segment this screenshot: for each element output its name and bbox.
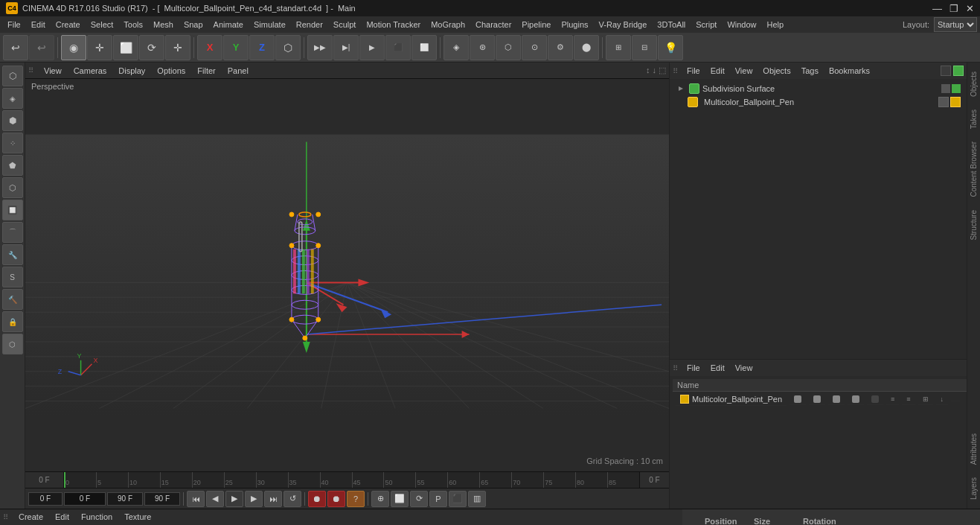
- vp-frame-icon[interactable]: ⬚: [659, 66, 666, 75]
- sidebar-perspective-button[interactable]: ⬡: [2, 66, 23, 86]
- timeline-ruler[interactable]: 051015202530354045505560657075808590: [64, 472, 639, 488]
- menu-animate[interactable]: Animate: [209, 19, 248, 31]
- am-r-col[interactable]: [828, 394, 845, 405]
- menu-sculpt[interactable]: Sculpt: [329, 19, 361, 31]
- fps-field[interactable]: [144, 492, 180, 506]
- snap-type1-button[interactable]: ⊙: [522, 35, 547, 60]
- menu-3dtoall[interactable]: 3DToAll: [653, 19, 690, 31]
- am-x-col[interactable]: [951, 398, 960, 401]
- me-menu-create[interactable]: Create: [14, 512, 48, 522]
- vp-menu-options[interactable]: Options: [153, 65, 190, 77]
- am-m-col[interactable]: [848, 394, 864, 405]
- sidebar-poly-button[interactable]: ⬡: [2, 177, 23, 198]
- tab-takes[interactable]: Takes: [968, 104, 979, 135]
- om-menu-file[interactable]: File: [682, 65, 705, 77]
- am-menu-edit[interactable]: Edit: [706, 362, 729, 374]
- minimize-button[interactable]: —: [932, 3, 942, 14]
- sidebar-tex-mode-button[interactable]: ⬢: [2, 110, 23, 131]
- transform-button[interactable]: ✛: [165, 35, 190, 60]
- play-button[interactable]: ▶: [225, 491, 243, 507]
- om-row-expand-icon[interactable]: [676, 83, 686, 94]
- snap-3d-button[interactable]: ⬡: [496, 35, 521, 60]
- tab-layers[interactable]: Layers: [968, 471, 979, 506]
- om-color-tag[interactable]: [950, 97, 961, 107]
- sidebar-tool4-button[interactable]: 🔨: [2, 289, 23, 310]
- move-button[interactable]: ✛: [87, 35, 112, 60]
- axis-y-button[interactable]: Y: [223, 35, 249, 60]
- menu-help[interactable]: Help: [763, 19, 789, 31]
- sidebar-tool2-button[interactable]: 🔧: [2, 244, 23, 265]
- prev-frame-button[interactable]: ◀: [206, 491, 224, 507]
- om-menu-objects[interactable]: Objects: [758, 65, 795, 77]
- sidebar-tool3-button[interactable]: S: [2, 267, 23, 287]
- record-button-1[interactable]: ⏺: [308, 491, 326, 507]
- vp-zoom-icon[interactable]: ↓: [653, 66, 657, 75]
- select-mode-button[interactable]: ◉: [61, 35, 86, 60]
- menu-vray[interactable]: V-Ray Bridge: [595, 19, 652, 31]
- tab-content-browser[interactable]: Content Browser: [968, 136, 979, 203]
- vp-menu-panel[interactable]: Panel: [223, 65, 253, 77]
- am-a-col[interactable]: ≡: [886, 394, 899, 405]
- am-data-row-pen[interactable]: Multicolor_Ballpoint_Pen ≡ ≡ ⊞ ↓: [673, 392, 963, 407]
- am-menu-file[interactable]: File: [682, 362, 705, 374]
- om-vis-1[interactable]: [952, 84, 961, 93]
- om-menu-bookmarks[interactable]: Bookmarks: [824, 65, 874, 77]
- layout-select[interactable]: Startup: [934, 17, 977, 32]
- om-visibility-icon[interactable]: [953, 66, 964, 76]
- menu-tools[interactable]: Tools: [119, 19, 147, 31]
- sidebar-edges-button[interactable]: ⬟: [2, 155, 23, 176]
- rotate-button[interactable]: ⟳: [139, 35, 164, 60]
- record-button-2[interactable]: ⏺: [327, 491, 345, 507]
- redo-button[interactable]: ↩: [29, 35, 54, 60]
- render-region-button[interactable]: ▶▶: [307, 35, 333, 60]
- axis-z-button[interactable]: Z: [249, 35, 275, 60]
- menu-select[interactable]: Select: [86, 19, 118, 31]
- titlebar-controls[interactable]: — ❐ ✕: [932, 3, 974, 14]
- om-checkbox-icon[interactable]: [941, 66, 951, 76]
- om-menu-view[interactable]: View: [731, 65, 758, 77]
- undo-button[interactable]: ↩: [3, 35, 28, 60]
- scale-button[interactable]: ⬜: [113, 35, 138, 60]
- mode-btn-2[interactable]: ⬜: [391, 491, 409, 507]
- axis-x-button[interactable]: X: [197, 35, 222, 60]
- timeline-playhead[interactable]: [64, 472, 65, 488]
- sidebar-tool1-button[interactable]: ⌒: [2, 222, 23, 243]
- mode-btn-1[interactable]: ⊕: [371, 491, 389, 507]
- snap-2d-button[interactable]: ⊛: [470, 35, 495, 60]
- loop-button[interactable]: ↺: [284, 491, 301, 507]
- viewport[interactable]: Perspective: [25, 79, 669, 471]
- current-frame-field[interactable]: [64, 492, 106, 506]
- local-axis-button[interactable]: ⬡: [275, 35, 301, 60]
- mode-btn-3[interactable]: ⟳: [410, 491, 428, 507]
- am-l-col[interactable]: [867, 394, 883, 405]
- vp-menu-filter[interactable]: Filter: [193, 65, 220, 77]
- am-s-col[interactable]: [790, 394, 806, 405]
- menu-plugins[interactable]: Plugins: [557, 19, 592, 31]
- menu-file[interactable]: File: [3, 19, 25, 31]
- snap-type3-button[interactable]: ⬤: [574, 35, 599, 60]
- mode-btn-5[interactable]: ⬛: [449, 491, 467, 507]
- sidebar-obj-mode-button[interactable]: ◈: [2, 88, 23, 109]
- close-button[interactable]: ✕: [966, 3, 974, 14]
- om-menu-edit[interactable]: Edit: [706, 65, 729, 77]
- menu-character[interactable]: Character: [471, 19, 516, 31]
- om-menu-tags[interactable]: Tags: [797, 65, 823, 77]
- sidebar-lock-button[interactable]: 🔒: [2, 311, 23, 332]
- menu-render[interactable]: Render: [292, 19, 327, 31]
- render-button[interactable]: ▶: [359, 35, 385, 60]
- menu-mograph[interactable]: MoGraph: [426, 19, 470, 31]
- menu-snap[interactable]: Snap: [179, 19, 208, 31]
- menu-motion-tracker[interactable]: Motion Tracker: [362, 19, 425, 31]
- snap-enable-button[interactable]: ◈: [443, 35, 469, 60]
- om-row-subdivision[interactable]: Subdivision Surface: [673, 82, 964, 95]
- am-e-col[interactable]: ↓: [936, 394, 949, 405]
- render-settings-button[interactable]: ⬜: [411, 35, 437, 60]
- me-menu-function[interactable]: Function: [77, 512, 117, 522]
- maximize-button[interactable]: ❐: [949, 3, 958, 14]
- menu-window[interactable]: Window: [723, 19, 760, 31]
- sidebar-uv-button[interactable]: 🔲: [2, 200, 23, 220]
- am-menu-view[interactable]: View: [731, 362, 758, 374]
- snap-type2-button[interactable]: ⚙: [548, 35, 573, 60]
- vp-menu-cameras[interactable]: Cameras: [69, 65, 112, 77]
- am-d-col[interactable]: ⊞: [918, 394, 933, 405]
